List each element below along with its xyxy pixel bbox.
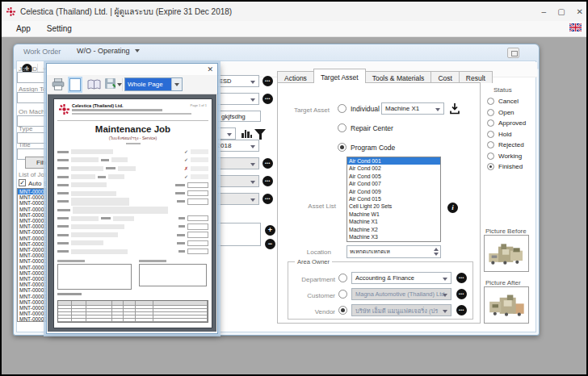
- location-input[interactable]: หเหกดเกเหกดเห: [346, 245, 441, 258]
- customer-ellipsis[interactable]: •••: [456, 289, 467, 299]
- tab[interactable]: Cost: [430, 71, 459, 83]
- doc-subtitle: (ใบแจ้งซ่อมบำรุง - Service): [57, 135, 208, 141]
- preview-area[interactable]: Celestica (Thailand) Ltd. Page 1 of 1 Ma…: [48, 94, 216, 332]
- menu-item[interactable]: Setting: [39, 23, 80, 35]
- doc-remark-boxes: [57, 260, 208, 290]
- zoom-level-value: Whole Page: [125, 78, 171, 90]
- radio-icon: [338, 143, 346, 152]
- close-icon[interactable]: ✕: [577, 7, 583, 16]
- maintenance-document: Celestica (Thailand) Ltd. Page 1 of 1 Ma…: [54, 99, 212, 328]
- doc-contact-line: [72, 113, 191, 115]
- category-ellipsis-button[interactable]: •••: [262, 76, 273, 86]
- picture-before-label: Picture Before: [485, 228, 527, 235]
- print-preview-dialog: ✕ Whole Page Celestica (Thailand) Ltd.: [46, 63, 218, 334]
- mode-dropdown-value: W/O - Operating: [77, 47, 130, 55]
- minimize-icon[interactable]: –: [542, 7, 547, 16]
- asset-list-item[interactable]: Air Cond 009: [347, 188, 440, 195]
- vendor-radio[interactable]: [338, 306, 347, 315]
- vendor-ellipsis[interactable]: •••: [456, 305, 467, 315]
- status-radio-option[interactable]: Approved: [487, 118, 526, 129]
- asset-list-item[interactable]: Air Cond 015: [347, 195, 440, 203]
- status-radio-option[interactable]: Hold: [487, 129, 526, 140]
- dialog-close-icon[interactable]: ✕: [207, 65, 213, 73]
- menu-item[interactable]: App: [8, 23, 39, 35]
- asset-list[interactable]: Air Cond 001Air Cond 002Air Cond 005Air …: [346, 157, 441, 242]
- department-radio[interactable]: [338, 274, 347, 282]
- chevron-down-icon: [135, 49, 140, 52]
- extra-ellipsis-3[interactable]: •••: [262, 194, 273, 204]
- status-radio-option[interactable]: Open: [487, 107, 526, 119]
- tab[interactable]: Result: [459, 71, 493, 83]
- picture-after-label: Picture After: [485, 279, 521, 286]
- asset-list-item[interactable]: Air Cond 002: [347, 165, 440, 172]
- single-page-view-icon[interactable]: [69, 78, 81, 91]
- asset-list-label: Asset List: [286, 203, 336, 210]
- radio-repair-center[interactable]: Repair Center: [338, 123, 393, 132]
- tab[interactable]: Target Asset: [313, 69, 366, 83]
- asset-list-item[interactable]: Machine X3: [347, 233, 440, 240]
- doc-form-rows: ✓ ✓ ✗ ✓: [57, 148, 208, 256]
- status-radio-option[interactable]: Rejected: [487, 140, 526, 151]
- extra-ellipsis-2[interactable]: •••: [262, 176, 273, 186]
- asset-list-item[interactable]: Machine X2: [347, 226, 440, 233]
- status-radio-option[interactable]: Cancel: [487, 96, 526, 107]
- customer-combo[interactable]: Magna Automotive (Thailand) Ltd: [351, 288, 452, 300]
- picture-after-image[interactable]: [484, 286, 529, 324]
- add-row-icon[interactable]: +: [265, 225, 275, 236]
- area-owner-group: Area Owner Department Accounting & Finan…: [288, 261, 473, 320]
- asset-list-item[interactable]: Cell Light 20 Sets: [347, 203, 440, 210]
- extra-ellipsis-1[interactable]: •••: [262, 158, 273, 169]
- celestica-logo-icon: [59, 104, 69, 115]
- area-owner-title: Area Owner: [295, 258, 332, 265]
- doc-page-info: Page 1 of 1: [191, 103, 207, 107]
- vendor-label: Vendor: [288, 308, 335, 315]
- department-ellipsis[interactable]: •••: [456, 273, 467, 283]
- auto-show-checkbox[interactable]: ✓: [19, 179, 26, 186]
- asset-list-item[interactable]: Machine W1: [347, 211, 440, 218]
- export-save-icon[interactable]: [105, 78, 116, 89]
- zoom-dropdown-button[interactable]: [171, 78, 182, 90]
- machine-combo[interactable]: Machine X1: [381, 102, 444, 115]
- app-logo-icon: [6, 7, 15, 16]
- asset-list-item[interactable]: Air Cond 007: [347, 180, 440, 187]
- status-options: Cancel Open Approved Hold Rejected Worki…: [487, 96, 526, 173]
- customer-radio[interactable]: [338, 290, 347, 299]
- app-titlebar: Celestica (Thailand) Ltd. | ผู้ดูแลระบบ …: [2, 2, 586, 21]
- spinner-icons[interactable]: [434, 248, 439, 256]
- bar-chart-icon[interactable]: [242, 128, 252, 138]
- asset-list-item[interactable]: Air Cond 005: [347, 173, 440, 180]
- menubar: AppSetting: [2, 21, 586, 37]
- mode-dropdown[interactable]: W/O - Operating: [77, 47, 140, 55]
- preview-toolbar: Whole Page: [47, 75, 217, 94]
- status-label: Status: [494, 86, 512, 94]
- radio-icon: [487, 98, 494, 105]
- window-menu-button[interactable]: [507, 48, 519, 58]
- language-flag-icon[interactable]: [569, 23, 582, 31]
- info-icon[interactable]: i: [447, 203, 458, 213]
- title-label: Title: [19, 141, 31, 148]
- zoom-level-combo[interactable]: Whole Page: [124, 77, 183, 91]
- subcategory-ellipsis-button[interactable]: •••: [262, 94, 273, 104]
- remove-row-icon[interactable]: −: [265, 239, 275, 249]
- picture-before-image[interactable]: [484, 235, 529, 272]
- status-radio-option[interactable]: Working: [487, 151, 526, 162]
- filter-funnel-icon[interactable]: [254, 129, 266, 136]
- status-radio-option[interactable]: Finished: [487, 161, 526, 173]
- machine-photo: [486, 290, 527, 320]
- department-combo[interactable]: Accounting & Finance: [351, 272, 452, 284]
- radio-individual[interactable]: Individual: [338, 104, 380, 113]
- radio-icon: [487, 109, 494, 116]
- doc-parts-table: [57, 300, 208, 323]
- two-page-view-icon[interactable]: [87, 78, 101, 90]
- preview-print-icon[interactable]: [52, 78, 65, 90]
- asset-list-item[interactable]: Air Cond 001: [347, 157, 440, 165]
- tab[interactable]: Tools & Materials: [365, 71, 432, 83]
- type-label: Type: [19, 125, 32, 132]
- radio-program-code[interactable]: Program Code: [338, 143, 395, 152]
- tab[interactable]: Actions: [277, 71, 314, 83]
- asset-list-item[interactable]: Machine X1: [347, 218, 440, 225]
- vendor-combo[interactable]: บริษัท เอ็มดี แมนูแฟคเจอริ่ง (ปร: [351, 304, 452, 316]
- maximize-icon[interactable]: ▢: [557, 7, 565, 16]
- export-icon[interactable]: [449, 102, 460, 115]
- radio-icon: [338, 104, 346, 113]
